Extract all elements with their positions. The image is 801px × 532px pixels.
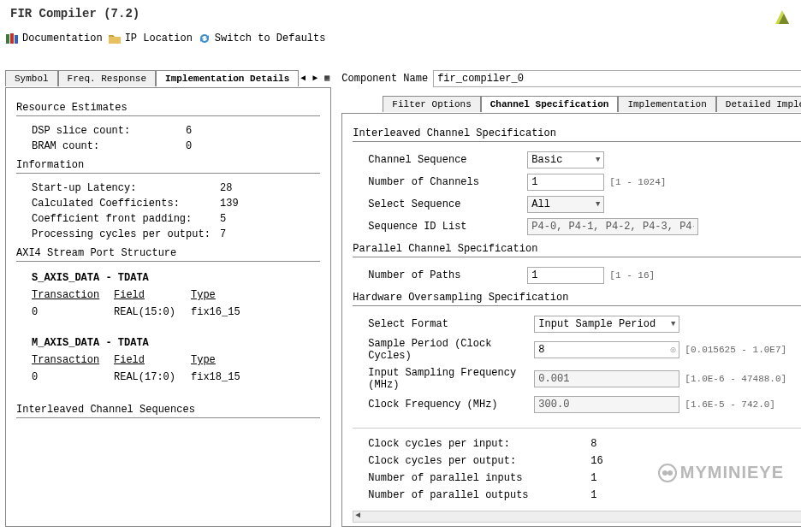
num-paths-label: Number of Paths [368, 269, 522, 281]
app-logo-icon [772, 7, 792, 27]
information-title: Information [16, 159, 320, 174]
s-field-value: REAL(15:0) [114, 306, 175, 318]
ip-location-label: IP Location [125, 33, 193, 44]
input-freq-hint: [1.0E-6 - 47488.0] [685, 374, 786, 384]
cpo-value: 16 [590, 455, 642, 467]
npi-label: Number of parallel inputs [368, 472, 590, 484]
th-field: Field [114, 289, 175, 301]
watermark-text: MYMINIEYE [680, 463, 784, 482]
sequence-id-label: Sequence ID List [368, 221, 522, 233]
cpi-value: 8 [590, 438, 642, 450]
window-title: FIR Compiler (7.2) [0, 0, 801, 27]
svg-rect-2 [6, 34, 9, 44]
axi-port-title: AXI4 Stream Port Structure [16, 247, 320, 262]
tab-channel-specification[interactable]: Channel Specification [481, 96, 619, 112]
tab-prev-icon[interactable]: ◄ [299, 74, 307, 83]
interleaved-seq-title: Interleaved Channel Sequences [16, 404, 320, 418]
left-panel: Symbol Freq. Response Implementation Det… [0, 68, 336, 532]
m-trans-value: 0 [32, 371, 98, 383]
proc-cycles-value: 7 [220, 228, 226, 240]
tab-symbol[interactable]: Symbol [5, 70, 58, 86]
chevron-down-icon: ▼ [671, 320, 675, 328]
bram-count-value: 0 [186, 140, 192, 152]
channel-sequence-dropdown[interactable]: Basic▼ [527, 151, 604, 168]
m-field-value: REAL(17:0) [114, 371, 175, 383]
left-panel-body: Resource Estimates DSP slice count:6 BRA… [5, 87, 331, 527]
clear-icon[interactable]: ⊗ [670, 344, 676, 357]
coef-padding-value: 5 [220, 213, 226, 225]
watermark-icon [658, 464, 677, 482]
clock-freq-hint: [1.6E-5 - 742.0] [685, 399, 775, 410]
sample-period-hint: [0.015625 - 1.0E7] [685, 345, 786, 355]
switch-defaults-link[interactable]: Switch to Defaults [198, 33, 326, 44]
refresh-icon [198, 33, 211, 44]
num-channels-input[interactable] [527, 174, 604, 191]
select-format-dropdown[interactable]: Input Sample Period▼ [534, 316, 679, 333]
tab-freq-response[interactable]: Freq. Response [58, 70, 156, 86]
tab-implementation[interactable]: Implementation [618, 96, 715, 112]
cpo-label: Clock cycles per output: [368, 455, 590, 467]
proc-cycles-label: Processing cycles per output: [32, 228, 220, 240]
s-type-value: fix16_15 [191, 306, 251, 318]
npi-value: 1 [590, 472, 642, 484]
calc-coef-label: Calculated Coefficients: [32, 198, 220, 210]
th-type-m: Type [191, 354, 251, 366]
horizontal-scrollbar[interactable] [353, 511, 801, 523]
parallel-spec-title: Parallel Channel Specification [353, 243, 801, 257]
tab-next-icon[interactable]: ► [311, 74, 319, 83]
th-transaction: Transaction [32, 289, 98, 301]
th-transaction-m: Transaction [32, 354, 98, 366]
dsp-count-value: 6 [186, 125, 192, 137]
component-name-label: Component Name [341, 73, 428, 85]
interleaved-spec-title: Interleaved Channel Specification [353, 127, 801, 142]
select-sequence-label: Select Sequence [368, 198, 522, 210]
documentation-label: Documentation [22, 33, 103, 44]
chevron-down-icon: ▼ [596, 200, 600, 209]
s-trans-value: 0 [32, 306, 98, 318]
switch-defaults-label: Switch to Defaults [215, 33, 326, 44]
sample-period-input[interactable] [534, 341, 679, 358]
num-paths-input[interactable] [527, 267, 604, 284]
books-icon [5, 33, 19, 44]
select-sequence-dropdown[interactable]: All▼ [527, 196, 604, 213]
ip-location-link[interactable]: IP Location [108, 33, 193, 44]
sequence-id-input [527, 218, 698, 235]
oversampling-title: Hardware Oversampling Specification [353, 292, 801, 306]
tab-filter-options[interactable]: Filter Options [383, 96, 480, 112]
right-tab-strip: Filter Options Channel Specification Imp… [341, 94, 801, 113]
cpi-label: Clock cycles per input: [368, 438, 590, 450]
calc-coef-value: 139 [220, 198, 239, 210]
svg-rect-4 [15, 35, 18, 44]
documentation-link[interactable]: Documentation [5, 33, 103, 44]
npo-value: 1 [590, 489, 642, 501]
clock-freq-input [534, 396, 679, 413]
input-freq-label: Input Sampling Frequency (MHz) [368, 367, 529, 391]
tab-detailed-implementation[interactable]: Detailed Implem [716, 96, 801, 112]
dsp-count-label: DSP slice count: [32, 125, 186, 137]
left-tab-strip: Symbol Freq. Response Implementation Det… [5, 68, 331, 87]
s-axis-header: S_AXIS_DATA - TDATA [16, 269, 320, 289]
bram-count-label: BRAM count: [32, 140, 186, 152]
m-type-value: fix18_15 [191, 371, 251, 383]
num-paths-hint: [1 - 16] [609, 270, 655, 281]
component-name-input[interactable] [433, 70, 801, 87]
th-type: Type [191, 289, 251, 301]
toolbar: Documentation IP Location Switch to Defa… [0, 27, 801, 56]
chevron-down-icon: ▼ [596, 156, 600, 164]
watermark: MYMINIEYE [658, 463, 784, 482]
folder-icon [108, 33, 122, 44]
npo-label: Number of parallel outputs [368, 489, 590, 501]
num-channels-hint: [1 - 1024] [609, 177, 666, 187]
clock-freq-label: Clock Frequency (MHz) [368, 399, 529, 411]
m-axis-header: M_AXIS_DATA - TDATA [16, 334, 320, 354]
th-field-m: Field [114, 354, 175, 366]
channel-sequence-label: Channel Sequence [368, 154, 522, 166]
sample-period-label: Sample Period (Clock Cycles) [368, 338, 529, 362]
tab-implementation-details[interactable]: Implementation Details [156, 70, 299, 86]
startup-latency-label: Start-up Latency: [32, 182, 220, 194]
startup-latency-value: 28 [220, 182, 232, 194]
tab-list-icon[interactable]: ▦ [323, 73, 331, 83]
input-freq-input [534, 370, 679, 387]
select-format-label: Select Format [368, 318, 529, 330]
coef-padding-label: Coefficient front padding: [32, 213, 220, 225]
